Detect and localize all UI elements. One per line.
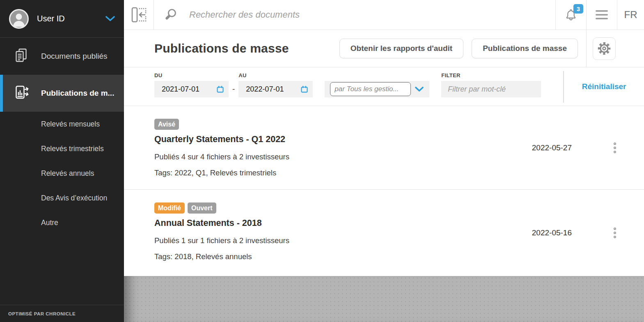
sidebar-item-autre[interactable]: Autre [0,210,124,235]
row-actions-kebab-icon[interactable] [612,226,618,240]
collapse-sidebar-icon [130,6,148,24]
publication-row[interactable]: Modifié Ouvert Annual Statements - 2018 … [124,190,644,276]
notifications-button[interactable]: 3 [555,0,586,30]
publication-list: Avisé Quarterly Statements - Q1 2022 Pub… [124,106,644,276]
search-icon [163,7,179,23]
sidebar-item-publications-de-masse[interactable]: Publications de m... [0,75,124,112]
settings-cell [586,30,644,67]
sidebar-item-releves-mensuels[interactable]: Relevés mensuels [0,112,124,136]
settings-button[interactable] [593,37,616,60]
keyword-filter-field [441,81,541,97]
publication-title: Annual Statements - 2018 [154,218,532,228]
notification-count-badge: 3 [573,4,583,14]
status-badge: Ouvert [188,202,216,214]
publication-date: 2022-05-27 [532,143,572,152]
chevron-down-icon [415,87,424,92]
user-name: User ID [37,14,65,23]
topbar: 3 FR [124,0,644,30]
sidebar-item-label: Documents publiés [41,52,108,61]
publication-detail: Publiés 1 sur 1 fichiers à 2 investisseu… [154,236,532,245]
date-from-input[interactable] [161,85,217,94]
page-header: Publications de masse Obtenir les rappor… [124,30,644,67]
search-input[interactable] [188,9,555,21]
mass-publication-icon [13,84,30,102]
manager-dropdown-value: par Tous les gestio... [330,82,411,96]
sidebar-item-releves-trimestriels[interactable]: Relevés trimestriels [0,136,124,161]
mass-publications-button[interactable]: Publications de masse [472,39,578,58]
reset-filters-link[interactable]: Réinitialiser [582,82,626,91]
page-title: Publications de masse [154,41,289,55]
publication-title: Quarterly Statements - Q1 2022 [154,134,532,145]
user-menu[interactable]: User ID [0,0,124,38]
date-to-label: AU [238,72,313,78]
filter-bar: DU - AU par Tous les gestio. [124,67,644,106]
date-range-separator: - [232,67,235,94]
sidebar-subnav: Relevés mensuels Relevés trimestriels Re… [0,112,124,235]
publication-tags: Tags: 2022, Q1, Relevés trimestriels [154,168,532,177]
publication-row[interactable]: Avisé Quarterly Statements - Q1 2022 Pub… [124,106,644,190]
search-bar [154,0,555,30]
publication-tags: Tags: 2018, Relevés annuels [154,252,532,261]
language-selector[interactable]: FR [617,0,644,30]
calendar-icon[interactable] [217,86,224,93]
gear-icon [596,41,612,56]
sidebar: User ID Documents publiés [0,0,124,322]
main-area: 3 FR Publications de masse Obtenir les r… [124,0,644,322]
keyword-filter-input[interactable] [447,85,535,94]
sidebar-item-documents-publies[interactable]: Documents publiés [0,38,124,75]
calendar-icon[interactable] [301,86,308,93]
menu-button[interactable] [586,0,617,30]
date-from-group: DU [154,67,229,97]
collapse-sidebar-button[interactable] [124,0,154,30]
documents-icon [13,47,30,65]
date-to-input[interactable] [245,85,301,94]
date-from-field[interactable] [154,81,229,97]
publication-detail: Publiés 4 sur 4 fichiers à 2 investisseu… [154,152,532,161]
hamburger-icon [595,10,608,20]
keyword-filter-group: FILTER [441,67,541,97]
manager-dropdown-group: par Tous les gestio... [325,67,429,97]
powered-by-label: OPTIMISÉ PAR CHRONICLE [0,305,124,322]
sidebar-item-label: Publications de m... [41,89,114,98]
manager-dropdown[interactable]: par Tous les gestio... [325,81,429,97]
status-badge: Avisé [154,119,179,130]
date-to-field[interactable] [238,81,313,97]
audit-reports-button[interactable]: Obtenir les rapports d'audit [339,39,463,58]
date-from-label: DU [154,72,229,78]
avatar [9,9,29,29]
status-badge: Modifié [154,202,185,214]
sidebar-item-avis-execution[interactable]: Des Avis d’exécution [0,186,124,210]
keyword-filter-label: FILTER [441,72,541,78]
date-to-group: AU [238,67,313,97]
sidebar-item-releves-annuels[interactable]: Relevés annuels [0,161,124,186]
dotted-background [124,276,644,322]
person-icon [10,10,28,28]
publication-date: 2022-05-16 [532,228,572,237]
chevron-down-icon [105,16,115,21]
row-actions-kebab-icon[interactable] [612,141,618,155]
